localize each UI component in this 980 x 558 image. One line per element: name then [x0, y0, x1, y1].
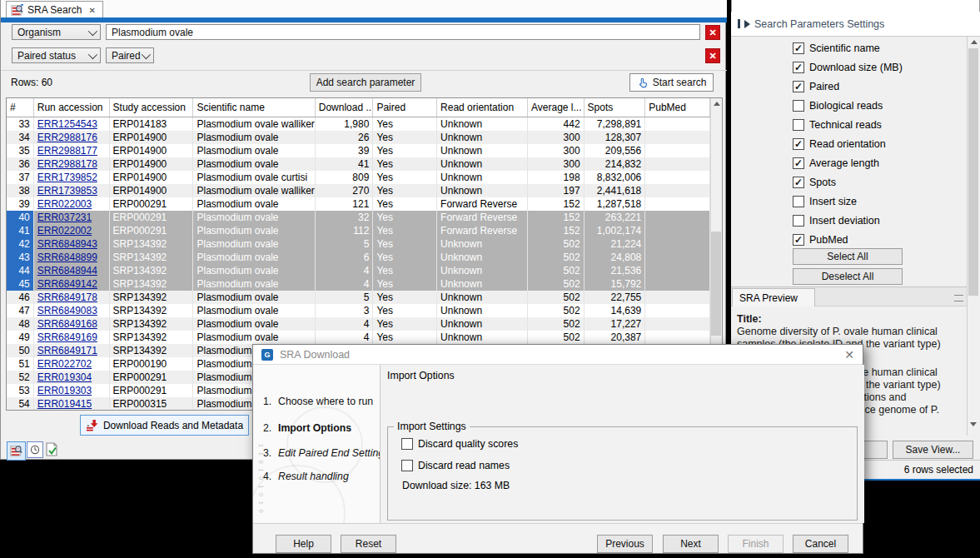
remove-parameter-button-2[interactable]: ✕ — [705, 48, 720, 63]
column-header[interactable]: Study accession — [109, 98, 193, 117]
scroll-up-icon[interactable] — [971, 40, 978, 44]
paired-status-field-select[interactable]: Paired status — [12, 47, 101, 63]
checkbox-unchecked-icon[interactable] — [793, 215, 804, 227]
dialog-title-bar[interactable]: G SRA Download ✕ — [253, 345, 863, 365]
checkbox-unchecked-icon[interactable] — [793, 119, 804, 131]
organism-value-input[interactable]: Plasmodium ovale — [106, 24, 700, 40]
cancel-button[interactable]: Cancel — [793, 535, 848, 553]
run-accession-link[interactable]: ERR1254543 — [37, 118, 97, 130]
param-checkbox-spots[interactable]: ✓Spots — [793, 176, 836, 189]
run-accession-link[interactable]: SRR6849169 — [37, 331, 97, 343]
checkbox-unchecked-icon[interactable] — [401, 438, 413, 450]
table-row[interactable]: 38ERR1739853ERP014900Plasmodium ovale wa… — [7, 184, 710, 197]
run-accession-link[interactable]: ERR019415 — [37, 398, 92, 410]
option-discard-quality-scores[interactable]: Discard quality scores — [401, 437, 518, 450]
run-accession-link[interactable]: ERR019304 — [37, 371, 92, 383]
checkbox-checked-icon[interactable]: ✓ — [793, 81, 804, 92]
next-button[interactable]: Next — [663, 535, 719, 553]
organism-field-select[interactable]: Organism — [12, 24, 101, 40]
column-header[interactable]: Scientific name — [193, 98, 315, 117]
param-checkbox-scientific-name[interactable]: ✓Scientific name — [793, 42, 880, 55]
param-checkbox-download-size-mb-[interactable]: ✓Download size (MB) — [793, 61, 903, 74]
run-accession-link[interactable]: SRR6848944 — [37, 265, 97, 277]
table-header-row[interactable]: #Run accessionStudy accessionScientific … — [7, 98, 710, 117]
param-checkbox-pubmed[interactable]: ✓PubMed — [793, 233, 848, 247]
checkbox-unchecked-icon[interactable] — [793, 100, 804, 112]
column-header[interactable]: Average l... — [528, 98, 585, 117]
help-button[interactable]: Help — [276, 535, 331, 553]
run-accession-link[interactable]: ERR022002 — [37, 225, 92, 237]
table-row[interactable]: 48SRR6849168SRP134392Plasmodium ovale4Ye… — [7, 317, 710, 331]
column-header[interactable]: Read orientation — [437, 98, 528, 117]
remove-parameter-button-1[interactable]: ✕ — [705, 25, 720, 40]
run-accession-link[interactable]: ERR2988177 — [37, 145, 97, 157]
run-accession-link[interactable]: ERR1739852 — [37, 172, 97, 183]
table-row[interactable]: 39ERR022003ERP000291Plasmodium ovale121Y… — [7, 197, 710, 211]
table-row[interactable]: 47SRR6849083SRP134392Plasmodium ovale3Ye… — [7, 304, 710, 317]
previous-button[interactable]: Previous — [597, 535, 653, 553]
table-row[interactable]: 42SRR6848943SRP134392Plasmodium ovale5Ye… — [7, 237, 710, 251]
table-row[interactable]: 35ERR2988177ERP014900Plasmodium ovale39Y… — [7, 144, 710, 157]
tab-sra-search[interactable]: SRA Search ✕ — [6, 1, 103, 18]
table-row[interactable]: 37ERR1739852ERP014900Plasmodium ovale cu… — [7, 171, 710, 184]
table-row[interactable]: 43SRR6848899SRP134392Plasmodium ovale6Ye… — [7, 251, 710, 264]
checkbox-checked-icon[interactable]: ✓ — [793, 234, 804, 246]
deselect-all-button[interactable]: Deselect All — [793, 268, 903, 285]
column-header[interactable]: Download ... — [315, 98, 373, 117]
search-parameters-settings-header[interactable]: Search Parameters Settings — [731, 12, 980, 37]
table-row[interactable]: 46SRR6849178SRP134392Plasmodium ovale5Ye… — [7, 291, 710, 304]
run-accession-link[interactable]: SRR6849171 — [37, 345, 97, 356]
scroll-down-icon[interactable] — [970, 422, 977, 426]
run-accession-link[interactable]: SRR6849142 — [37, 278, 97, 290]
run-accession-link[interactable]: ERR022003 — [37, 198, 92, 210]
checkbox-checked-icon[interactable]: ✓ — [793, 157, 804, 169]
table-row[interactable]: 40ERR037231ERP000291Plasmodium ovale32Ye… — [7, 211, 710, 224]
paired-value-select[interactable]: Paired — [106, 47, 154, 63]
checkbox-checked-icon[interactable]: ✓ — [793, 138, 804, 150]
column-header[interactable]: Paired — [373, 98, 437, 117]
tab-close-icon[interactable]: ✕ — [88, 6, 95, 15]
side-panel-scrollbar-thumb[interactable] — [968, 48, 978, 296]
table-row[interactable]: 44SRR6848944SRP134392Plasmodium ovale4Ye… — [7, 264, 710, 277]
minimize-icon[interactable] — [954, 295, 963, 301]
checkbox-checked-icon[interactable]: ✓ — [793, 177, 804, 188]
table-scrollbar-thumb[interactable] — [711, 232, 721, 336]
table-row[interactable]: 36ERR2988178ERP014900Plasmodium ovale41Y… — [7, 157, 710, 171]
table-row[interactable]: 33ERR1254543ERP014183Plasmodium ovale wa… — [7, 117, 710, 132]
table-row[interactable]: 45SRR6849142SRP134392Plasmodium ovale4Ye… — [7, 277, 710, 291]
table-row[interactable]: 49SRR6849169SRP134392Plasmodium ovale4Ye… — [7, 331, 710, 344]
run-accession-link[interactable]: SRR6848899 — [37, 252, 97, 263]
run-accession-link[interactable]: SRR6849178 — [37, 291, 97, 303]
history-clock-icon[interactable] — [27, 441, 43, 458]
scroll-up-icon[interactable] — [714, 102, 720, 106]
sra-search-view-icon[interactable] — [7, 441, 26, 461]
column-header[interactable]: # — [7, 98, 33, 117]
element-info-icon[interactable] — [44, 441, 59, 457]
start-search-button[interactable]: Start search — [629, 73, 714, 92]
param-checkbox-technical-reads[interactable]: Technical reads — [793, 118, 882, 132]
column-header[interactable]: Run accession — [33, 98, 109, 117]
sra-preview-tab[interactable]: SRA Preview — [732, 288, 815, 306]
param-checkbox-paired[interactable]: ✓Paired — [793, 80, 839, 93]
checkbox-checked-icon[interactable]: ✓ — [793, 62, 804, 73]
checkbox-unchecked-icon[interactable] — [401, 460, 413, 471]
run-accession-link[interactable]: ERR037231 — [37, 212, 92, 223]
select-all-button[interactable]: Select All — [793, 248, 903, 265]
run-accession-link[interactable]: SRR6849168 — [37, 318, 97, 330]
download-reads-metadata-button[interactable]: Download Reads and Metadata — [80, 415, 249, 436]
option-discard-read-names[interactable]: Discard read names — [401, 459, 510, 471]
run-accession-link[interactable]: SRR6848943 — [37, 238, 97, 250]
table-row[interactable]: 34ERR2988176ERP014900Plasmodium ovale26Y… — [7, 131, 710, 144]
add-search-parameter-button[interactable]: Add search parameter — [310, 73, 421, 92]
dialog-close-icon[interactable]: ✕ — [844, 348, 854, 361]
param-checkbox-read-orientation[interactable]: ✓Read orientation — [793, 137, 886, 151]
save-view-button[interactable]: Save View... — [893, 441, 973, 459]
run-accession-link[interactable]: ERR022702 — [37, 358, 92, 370]
checkbox-unchecked-icon[interactable] — [793, 196, 804, 207]
column-header[interactable]: Spots — [584, 98, 645, 117]
reset-button[interactable]: Reset — [341, 535, 396, 553]
table-row[interactable]: 41ERR022002ERP000291Plasmodium ovale112Y… — [7, 224, 710, 237]
param-checkbox-average-length[interactable]: ✓Average length — [793, 157, 879, 170]
column-header[interactable]: PubMed — [645, 98, 710, 117]
run-accession-link[interactable]: ERR2988176 — [37, 132, 97, 143]
